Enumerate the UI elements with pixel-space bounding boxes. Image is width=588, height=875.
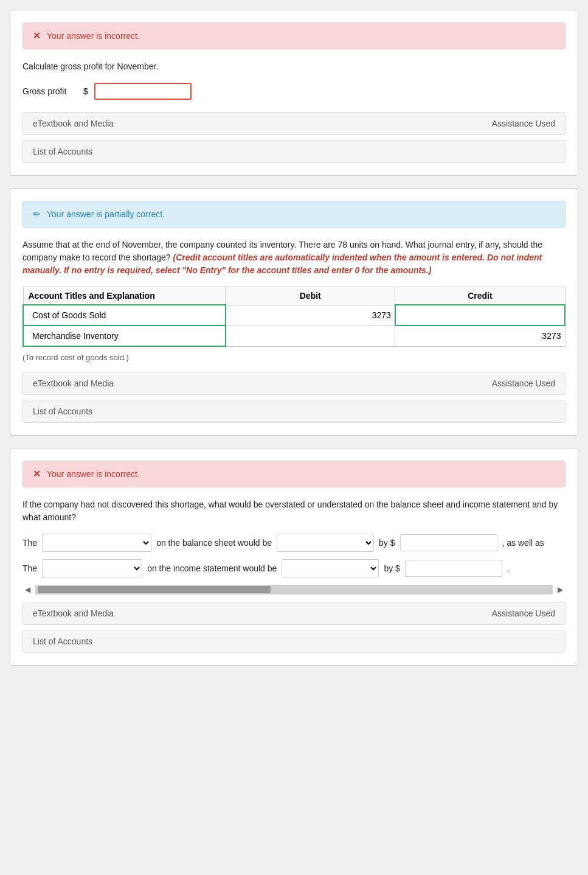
- question-text-1: Calculate gross profit for November.: [22, 60, 566, 73]
- note-text: (To record cost of goods sold.): [22, 353, 566, 362]
- period-label: .: [507, 563, 510, 573]
- error-icon-1: ✕: [33, 30, 41, 41]
- etextbook-bar-1[interactable]: eTextbook and Media Assistance Used: [22, 112, 566, 135]
- alert-error-3: ✕ Your answer is incorrect.: [22, 461, 566, 487]
- as-well-as-label: , as well as: [502, 538, 544, 548]
- credit-cell-2[interactable]: [395, 326, 565, 346]
- is-account-dropdown[interactable]: Net Income Cost of Goods Sold Gross Prof…: [42, 559, 142, 577]
- the-label-1: The: [22, 538, 37, 548]
- gross-profit-input[interactable]: [94, 83, 192, 100]
- alert-text-2: Your answer is partially correct.: [47, 209, 165, 219]
- bs-account-dropdown[interactable]: Merchandise Inventory Cost of Goods Sold…: [42, 534, 151, 552]
- credit-cell-1[interactable]: [395, 305, 565, 326]
- bs-row-1: The Merchandise Inventory Cost of Goods …: [22, 534, 566, 552]
- credit-input-1[interactable]: [399, 310, 561, 320]
- journal-table: Account Titles and Explanation Debit Cre…: [22, 287, 566, 347]
- account-input-2[interactable]: [27, 329, 221, 343]
- section1: ✕ Your answer is incorrect. Calculate gr…: [10, 10, 578, 176]
- account-input-1[interactable]: [27, 308, 221, 322]
- is-amount-input[interactable]: [405, 560, 502, 577]
- assistance-used-label-2: Assistance Used: [492, 378, 555, 388]
- etextbook-bar-2[interactable]: eTextbook and Media Assistance Used: [22, 372, 566, 395]
- question-text-2: Assume that at the end of November, the …: [22, 239, 566, 277]
- debit-cell-1[interactable]: [226, 305, 395, 326]
- etextbook-label-1: eTextbook and Media: [33, 119, 114, 128]
- list-accounts-label-2: List of Accounts: [33, 406, 92, 416]
- list-accounts-bar-1[interactable]: List of Accounts: [22, 140, 566, 163]
- pencil-icon: ✏: [33, 209, 41, 220]
- list-accounts-bar-2[interactable]: List of Accounts: [22, 400, 566, 423]
- debit-input-2[interactable]: [230, 331, 392, 341]
- on-balance-sheet-label: on the balance sheet would be: [156, 538, 272, 548]
- debit-input-1[interactable]: [230, 310, 391, 320]
- assistance-used-label-3: Assistance Used: [492, 608, 555, 618]
- debit-cell-2[interactable]: [226, 326, 395, 346]
- dollar-sign-1: $: [83, 86, 88, 96]
- col-header-account: Account Titles and Explanation: [23, 287, 226, 305]
- alert-partial-2: ✏ Your answer is partially correct.: [22, 201, 566, 228]
- gross-profit-row: Gross profit $: [22, 83, 566, 100]
- scroll-track: [35, 585, 553, 594]
- bs-row-2: The Net Income Cost of Goods Sold Gross …: [22, 559, 566, 577]
- by-dollar-label-1: by $: [379, 538, 395, 548]
- account-cell-2[interactable]: [23, 326, 226, 346]
- on-income-statement-label: on the income statement would be: [147, 563, 277, 573]
- section2: ✏ Your answer is partially correct. Assu…: [10, 188, 578, 436]
- question-text-3: If the company had not discovered this s…: [22, 498, 566, 524]
- assistance-used-label-1: Assistance Used: [492, 119, 555, 128]
- list-accounts-label-3: List of Accounts: [33, 636, 92, 646]
- by-dollar-label-2: by $: [384, 563, 399, 573]
- the-label-2: The: [22, 563, 37, 573]
- etextbook-label-3: eTextbook and Media: [33, 608, 114, 618]
- alert-text-1: Your answer is incorrect.: [47, 31, 140, 41]
- account-cell-1[interactable]: [23, 305, 226, 326]
- credit-input-2[interactable]: [399, 331, 561, 341]
- etextbook-bar-3[interactable]: eTextbook and Media Assistance Used: [22, 602, 566, 625]
- alert-error-1: ✕ Your answer is incorrect.: [22, 23, 566, 49]
- error-icon-3: ✕: [33, 469, 41, 479]
- scroll-thumb: [38, 586, 271, 593]
- is-overstated-dropdown[interactable]: overstated understated: [282, 559, 379, 577]
- col-header-credit: Credit: [395, 287, 565, 305]
- bs-overstated-dropdown[interactable]: overstated understated: [277, 534, 374, 552]
- section3: ✕ Your answer is incorrect. If the compa…: [10, 448, 578, 666]
- alert-text-3: Your answer is incorrect.: [47, 469, 140, 479]
- horizontal-scrollbar[interactable]: ◀ ▶: [22, 585, 566, 594]
- scroll-left-arrow[interactable]: ◀: [22, 585, 33, 594]
- table-row: [23, 326, 565, 346]
- col-header-debit: Debit: [226, 287, 395, 305]
- list-accounts-bar-3[interactable]: List of Accounts: [22, 630, 566, 653]
- table-row: [23, 305, 565, 326]
- list-accounts-label-1: List of Accounts: [33, 147, 92, 156]
- gross-profit-label: Gross profit: [22, 86, 77, 96]
- scroll-right-arrow[interactable]: ▶: [555, 585, 566, 594]
- etextbook-label-2: eTextbook and Media: [33, 378, 114, 388]
- bs-amount-input[interactable]: [400, 534, 497, 551]
